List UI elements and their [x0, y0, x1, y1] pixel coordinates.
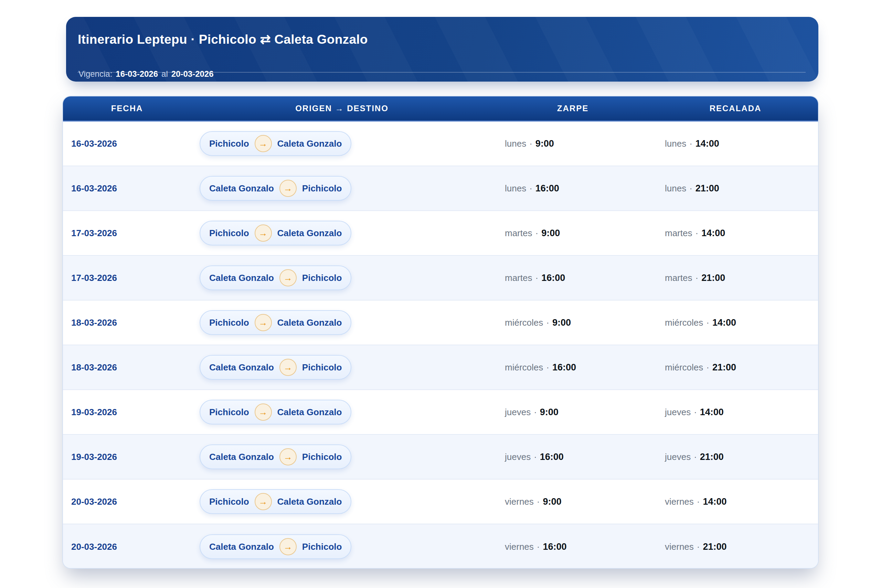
row-date: 17-03-2026 — [63, 273, 191, 284]
dot-separator: · — [706, 362, 709, 372]
recalada-time: 14:00 — [703, 496, 727, 507]
row-date: 18-03-2026 — [63, 362, 191, 373]
row-route-cell: Pichicolo → Caleta Gonzalo — [191, 400, 493, 424]
row-date: 20-03-2026 — [63, 496, 191, 507]
route-arrow-icon: → — [279, 538, 297, 555]
route-badge[interactable]: Caleta Gonzalo → Pichicolo — [199, 355, 351, 380]
recalada-time: 21:00 — [703, 542, 727, 552]
dot-separator: · — [694, 452, 697, 462]
recalada-time: 21:00 — [695, 183, 719, 194]
route-arrow-icon: → — [279, 448, 297, 465]
row-route-cell: Caleta Gonzalo → Pichicolo — [191, 534, 493, 559]
table-row: 18-03-2026 Caleta Gonzalo → Pichicolo mi… — [63, 345, 818, 390]
row-recalada: miércoles·14:00 — [653, 317, 818, 328]
route-destination: Caleta Gonzalo — [277, 496, 342, 507]
route-origin: Pichicolo — [209, 228, 249, 238]
page-root: Itinerario Leptepu · Pichicolo ⇄ Caleta … — [0, 0, 881, 588]
route-badge[interactable]: Caleta Gonzalo → Pichicolo — [199, 266, 351, 290]
row-zarpe: miércoles·9:00 — [493, 317, 653, 328]
row-route-cell: Caleta Gonzalo → Pichicolo — [191, 176, 493, 201]
dot-separator: · — [535, 228, 538, 238]
table-row: 17-03-2026 Caleta Gonzalo → Pichicolo ma… — [63, 256, 818, 300]
row-route-cell: Pichicolo → Caleta Gonzalo — [191, 310, 493, 335]
dot-separator: · — [694, 407, 697, 417]
route-destination: Pichicolo — [302, 183, 342, 194]
table-header-row: FECHA ORIGEN → DESTINO ZARPE RECALADA — [63, 96, 818, 122]
route-destination: Caleta Gonzalo — [277, 228, 342, 238]
route-origin: Caleta Gonzalo — [209, 273, 274, 284]
zarpe-day: viernes — [505, 542, 534, 552]
dot-separator: · — [695, 228, 698, 238]
zarpe-time: 16:00 — [540, 452, 564, 462]
row-zarpe: jueves·16:00 — [493, 452, 653, 462]
route-badge[interactable]: Pichicolo → Caleta Gonzalo — [199, 131, 351, 156]
dot-separator: · — [689, 138, 692, 149]
col-header-recalada: RECALADA — [653, 104, 818, 113]
zarpe-time: 16:00 — [552, 362, 576, 372]
row-route-cell: Caleta Gonzalo → Pichicolo — [191, 266, 493, 290]
route-badge[interactable]: Caleta Gonzalo → Pichicolo — [199, 444, 351, 469]
route-badge[interactable]: Pichicolo → Caleta Gonzalo — [199, 489, 351, 514]
row-recalada: lunes·21:00 — [653, 183, 818, 194]
dot-separator: · — [546, 317, 549, 328]
recalada-time: 14:00 — [700, 407, 724, 417]
zarpe-day: jueves — [505, 452, 531, 462]
table-row: 20-03-2026 Caleta Gonzalo → Pichicolo vi… — [63, 524, 818, 569]
dot-separator: · — [546, 362, 549, 372]
route-destination: Caleta Gonzalo — [277, 317, 342, 328]
route-destination: Caleta Gonzalo — [277, 138, 342, 149]
route-badge[interactable]: Pichicolo → Caleta Gonzalo — [199, 310, 351, 335]
table-row: 18-03-2026 Pichicolo → Caleta Gonzalo mi… — [63, 300, 818, 345]
page-title: Itinerario Leptepu · Pichicolo ⇄ Caleta … — [78, 32, 368, 47]
col-header-zarpe: ZARPE — [493, 104, 653, 113]
vigencia-line: Vigencia: 16-03-2026 al 20-03-2026 — [78, 69, 214, 79]
row-date: 20-03-2026 — [63, 542, 191, 552]
row-zarpe: martes·9:00 — [493, 228, 653, 238]
route-arrow-icon: → — [279, 180, 297, 197]
recalada-day: miércoles — [665, 362, 703, 372]
recalada-day: lunes — [665, 138, 686, 149]
row-recalada: martes·14:00 — [653, 228, 818, 238]
vigencia-al-label: al — [162, 69, 168, 79]
row-date: 16-03-2026 — [63, 138, 191, 149]
vigencia-from-date: 16-03-2026 — [115, 69, 158, 79]
zarpe-day: martes — [505, 273, 532, 283]
recalada-time: 14:00 — [712, 317, 736, 328]
zarpe-day: lunes — [505, 138, 526, 149]
dot-separator: · — [534, 407, 537, 417]
row-recalada: viernes·14:00 — [653, 496, 818, 507]
route-arrow-icon: → — [255, 225, 272, 242]
dot-separator: · — [529, 183, 532, 194]
row-route-cell: Pichicolo → Caleta Gonzalo — [191, 489, 493, 514]
dot-separator: · — [697, 542, 700, 552]
row-recalada: jueves·14:00 — [653, 407, 818, 418]
route-arrow-icon: → — [255, 135, 272, 152]
table-row: 19-03-2026 Caleta Gonzalo → Pichicolo ju… — [63, 435, 818, 480]
table-row: 20-03-2026 Pichicolo → Caleta Gonzalo vi… — [63, 480, 818, 524]
vigencia-to-date: 20-03-2026 — [171, 69, 214, 79]
dot-separator: · — [689, 183, 692, 194]
route-destination: Caleta Gonzalo — [277, 407, 342, 418]
zarpe-time: 16:00 — [541, 273, 565, 283]
recalada-time: 21:00 — [712, 362, 736, 372]
row-zarpe: viernes·16:00 — [493, 542, 653, 552]
route-origin: Pichicolo — [209, 496, 249, 507]
row-date: 19-03-2026 — [63, 452, 191, 462]
recalada-day: martes — [665, 273, 692, 283]
route-origin: Pichicolo — [209, 317, 249, 328]
table-row: 16-03-2026 Caleta Gonzalo → Pichicolo lu… — [63, 166, 818, 211]
route-badge[interactable]: Caleta Gonzalo → Pichicolo — [199, 534, 351, 559]
zarpe-time: 9:00 — [541, 228, 560, 238]
route-destination: Pichicolo — [302, 273, 342, 284]
route-badge[interactable]: Caleta Gonzalo → Pichicolo — [199, 176, 351, 201]
table-row: 19-03-2026 Pichicolo → Caleta Gonzalo ju… — [63, 390, 818, 435]
zarpe-time: 9:00 — [543, 496, 562, 507]
dot-separator: · — [534, 452, 537, 462]
route-arrow-icon: → — [279, 359, 297, 376]
zarpe-day: viernes — [505, 496, 534, 507]
route-badge[interactable]: Pichicolo → Caleta Gonzalo — [199, 220, 351, 246]
row-recalada: martes·21:00 — [653, 273, 818, 284]
zarpe-day: jueves — [505, 407, 531, 417]
route-origin: Caleta Gonzalo — [209, 542, 274, 552]
route-badge[interactable]: Pichicolo → Caleta Gonzalo — [199, 400, 351, 424]
